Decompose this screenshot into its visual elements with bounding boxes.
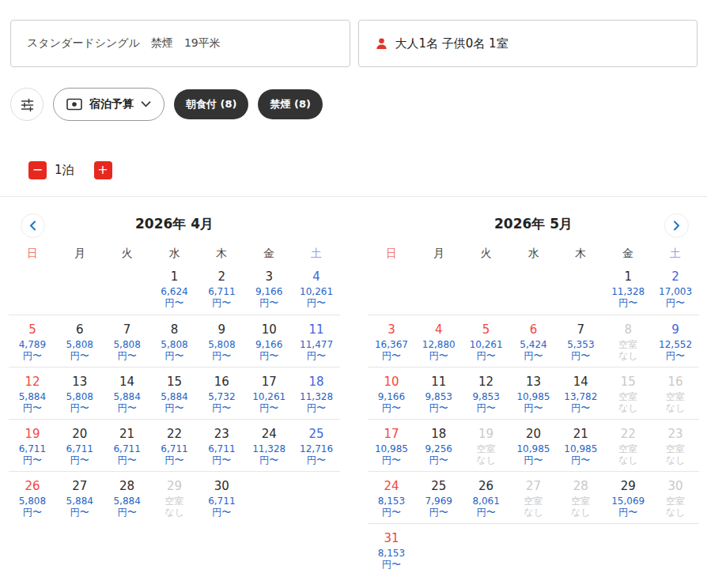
nonsmoking-filter-chip[interactable]: 禁煙 (8) xyxy=(258,89,322,119)
prev-month-button[interactable] xyxy=(21,213,45,238)
calendar-day-3[interactable]: 316,367円〜 xyxy=(368,322,415,367)
calendar-day-14[interactable]: 145,884円〜 xyxy=(104,375,151,419)
calendar-day-16: 16空室なし xyxy=(652,375,699,419)
calendar-day-26[interactable]: 265,808円〜 xyxy=(9,479,56,523)
day-number: 4 xyxy=(435,322,443,337)
price-label: 5,808円〜 xyxy=(60,391,100,413)
price-label: 5,808円〜 xyxy=(154,339,194,361)
day-number: 24 xyxy=(262,427,277,442)
calendar-day-17[interactable]: 1710,985円〜 xyxy=(368,427,415,471)
day-number: 28 xyxy=(573,479,588,494)
calendar-day-13[interactable]: 135,808円〜 xyxy=(56,375,104,419)
day-number: 5 xyxy=(482,322,490,337)
calendar-day-2[interactable]: 26,711円〜 xyxy=(198,270,245,315)
day-number: 14 xyxy=(119,375,134,390)
soldout-label: 空室なし xyxy=(665,391,686,413)
calendar-day-5[interactable]: 510,261円〜 xyxy=(463,322,510,367)
calendar-day-30[interactable]: 306,711円〜 xyxy=(198,479,245,523)
next-month-button[interactable] xyxy=(664,213,689,238)
guest-select[interactable]: 大人1名 子供0名 1室 xyxy=(358,20,698,67)
calendar-day-26[interactable]: 268,061円〜 xyxy=(463,479,510,523)
filter-button[interactable] xyxy=(10,88,43,121)
price-label: 9,256円〜 xyxy=(419,443,459,466)
calendar-day-3[interactable]: 39,166円〜 xyxy=(245,270,293,315)
price-label: 12,552円〜 xyxy=(656,339,695,361)
weekday-header: 月 xyxy=(56,247,104,261)
calendar-day-24[interactable]: 248,153円〜 xyxy=(368,479,415,523)
calendar-day-5[interactable]: 54,789円〜 xyxy=(9,322,56,367)
soldout-label: 空室なし xyxy=(618,391,638,413)
calendar-day-6[interactable]: 65,424円〜 xyxy=(510,322,558,367)
day-number: 15 xyxy=(167,375,182,390)
calendar-day-7[interactable]: 75,808円〜 xyxy=(104,322,151,367)
calendar-day-4[interactable]: 412,880円〜 xyxy=(415,322,463,367)
calendar-day-12[interactable]: 129,853円〜 xyxy=(463,375,510,419)
price-label: 6,711円〜 xyxy=(202,496,241,518)
calendar-week-row: 111,328円〜217,003円〜 xyxy=(368,262,699,315)
calendar-empty-cell xyxy=(56,270,104,315)
price-label: 8,153円〜 xyxy=(372,548,411,570)
calendar-day-10[interactable]: 109,166円〜 xyxy=(368,375,415,419)
breakfast-filter-chip[interactable]: 朝食付 (8) xyxy=(174,89,248,119)
budget-filter-button[interactable]: 宿泊予算 xyxy=(53,88,164,121)
calendar-day-20[interactable]: 2010,985円〜 xyxy=(510,427,558,471)
calendar-grid: 16,624円〜26,711円〜39,166円〜410,261円〜54,789円… xyxy=(9,262,340,523)
soldout-label: 空室なし xyxy=(164,496,184,518)
day-number: 23 xyxy=(668,427,683,442)
day-number: 9 xyxy=(218,322,226,337)
weekday-header: 木 xyxy=(198,247,245,261)
calendar-day-11[interactable]: 1111,477円〜 xyxy=(293,322,340,367)
calendar-day-24[interactable]: 2411,328円〜 xyxy=(245,427,293,471)
calendar-day-21[interactable]: 216,711円〜 xyxy=(104,427,151,471)
calendar-day-17[interactable]: 1710,261円〜 xyxy=(245,375,293,419)
day-number: 22 xyxy=(621,427,636,442)
weekday-header-row: 日月火水木金土 xyxy=(9,247,340,261)
calendar-day-29[interactable]: 2915,069円〜 xyxy=(604,479,652,523)
calendar-day-16[interactable]: 165,732円〜 xyxy=(198,375,245,419)
day-number: 25 xyxy=(309,427,324,442)
calendar-day-4[interactable]: 410,261円〜 xyxy=(293,270,340,315)
calendar-day-7[interactable]: 75,353円〜 xyxy=(557,322,604,367)
weekday-header: 土 xyxy=(293,247,340,261)
weekday-header: 日 xyxy=(368,247,415,261)
calendar-day-23[interactable]: 236,711円〜 xyxy=(198,427,245,471)
calendar-day-18[interactable]: 189,256円〜 xyxy=(415,427,463,471)
calendar-day-27[interactable]: 275,884円〜 xyxy=(56,479,104,523)
calendar-day-28[interactable]: 285,884円〜 xyxy=(104,479,151,523)
price-label: 5,884円〜 xyxy=(108,496,147,518)
calendar-day-9[interactable]: 95,808円〜 xyxy=(198,322,245,367)
calendar-day-1[interactable]: 16,624円〜 xyxy=(151,270,198,315)
calendar-day-11[interactable]: 119,853円〜 xyxy=(415,375,463,419)
room-type-select[interactable]: スタンダードシングル 禁煙 19平米 xyxy=(10,20,350,67)
calendar-day-25[interactable]: 2512,716円〜 xyxy=(293,427,340,471)
price-label: 8,153円〜 xyxy=(372,496,411,518)
calendar-day-1[interactable]: 111,328円〜 xyxy=(604,270,652,315)
calendar-day-31[interactable]: 318,153円〜 xyxy=(368,531,415,575)
calendar-day-19[interactable]: 196,711円〜 xyxy=(9,427,56,471)
calendar-day-9[interactable]: 912,552円〜 xyxy=(652,322,699,367)
day-number: 25 xyxy=(431,479,446,494)
nights-decrease-button[interactable]: − xyxy=(28,161,47,179)
calendar-day-12[interactable]: 125,884円〜 xyxy=(9,375,56,419)
calendar-day-21[interactable]: 2110,985円〜 xyxy=(557,427,604,471)
price-label: 6,711円〜 xyxy=(202,286,241,308)
calendar-day-20[interactable]: 206,711円〜 xyxy=(56,427,104,471)
calendar-day-8[interactable]: 85,808円〜 xyxy=(151,322,198,367)
nights-increase-button[interactable]: + xyxy=(94,161,112,179)
day-number: 11 xyxy=(309,322,324,337)
sliders-icon xyxy=(20,97,35,112)
calendar-day-13[interactable]: 1310,985円〜 xyxy=(510,375,558,419)
calendar-day-25[interactable]: 257,969円〜 xyxy=(415,479,463,523)
calendar-day-6[interactable]: 65,808円〜 xyxy=(56,322,104,367)
calendar-day-15[interactable]: 155,884円〜 xyxy=(151,375,198,419)
calendar-day-10[interactable]: 109,166円〜 xyxy=(245,322,293,367)
day-number: 6 xyxy=(530,322,538,337)
weekday-header: 土 xyxy=(652,247,699,261)
calendar-empty-cell xyxy=(415,531,463,575)
calendar-day-18[interactable]: 1811,328円〜 xyxy=(293,375,340,419)
day-number: 31 xyxy=(384,531,399,546)
calendar-day-2[interactable]: 217,003円〜 xyxy=(652,270,699,315)
calendar-day-22[interactable]: 226,711円〜 xyxy=(151,427,198,471)
day-number: 8 xyxy=(624,322,632,337)
calendar-day-14[interactable]: 1413,782円〜 xyxy=(557,375,604,419)
